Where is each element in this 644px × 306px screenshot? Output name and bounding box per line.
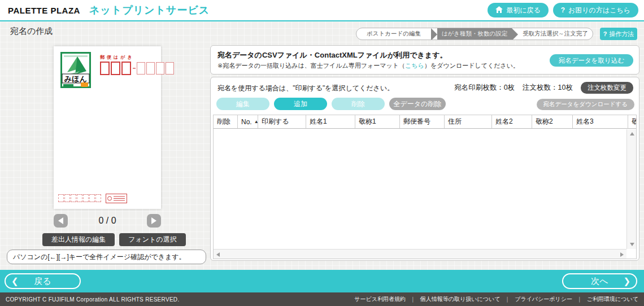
chevron-left-icon: ❮ xyxy=(6,276,24,286)
import-info-line1: 宛名データのCSVファイル・ContactXMLファイルが利用できます。 xyxy=(217,50,447,60)
scroll-left-icon xyxy=(216,252,220,257)
postcard-preview: みほん 郵便はがき xyxy=(54,46,161,209)
page-counter: 0 / 0 xyxy=(98,216,116,226)
postmark-icon xyxy=(106,194,127,206)
footer-links: サービス利用者規約 ｜ 個人情報等の取り扱いについて ｜ プライバシーポリシー … xyxy=(354,295,638,303)
step-arrow-icon xyxy=(431,28,437,40)
palette-plaza-logo: PALETTE PLAZA xyxy=(8,6,80,15)
column-header-zip[interactable]: 郵便番号 xyxy=(400,115,445,128)
next-page-button[interactable] xyxy=(147,214,161,228)
app-footer: COPYRIGHT C FUJIFILM Corporation ALL RIG… xyxy=(0,292,644,306)
delete-row-button[interactable]: 削除 xyxy=(332,98,385,110)
home-button[interactable]: 最初に戻る xyxy=(488,3,549,18)
back-button-label: 戻る xyxy=(24,276,62,287)
delete-all-button[interactable]: 全データの削除 xyxy=(389,98,446,110)
home-button-label: 最初に戻る xyxy=(506,6,541,15)
howto-button[interactable]: ? 操作方法 xyxy=(600,28,637,40)
print-count: 宛名印刷枚数：0枚 xyxy=(454,83,515,93)
footer-link-privacy-policy[interactable]: プライバシーポリシー xyxy=(515,295,572,303)
table-instruction: 宛名を使用する場合は、"印刷する"を選択してください。 xyxy=(217,84,394,93)
footer-link-environment[interactable]: ご利用環境について xyxy=(587,295,638,303)
address-grid: 削除 No.▲ 印刷する 姓名1 敬称1 郵便番号 住所 姓名2 敬称2 姓名3… xyxy=(213,115,637,259)
bottom-nav-bar: ❮ 戻る ❮ ❯ 次へ ❯ xyxy=(0,270,644,292)
footer-separator: ｜ xyxy=(410,295,416,303)
question-icon: ? xyxy=(561,6,565,14)
column-header-honorific2[interactable]: 敬称2 xyxy=(532,115,573,128)
import-info-suffix: ）をダウンロードしてください。 xyxy=(424,62,519,69)
column-header-no[interactable]: No.▲ xyxy=(238,115,258,128)
sort-asc-icon: ▲ xyxy=(254,119,258,124)
grid-body-empty xyxy=(214,129,626,249)
column-header-print[interactable]: 印刷する xyxy=(258,115,306,128)
import-data-button[interactable]: 宛名データを取り込む xyxy=(550,54,633,67)
recipient-zip-boxes xyxy=(100,62,175,75)
back-button[interactable]: ❮ 戻る ❮ xyxy=(5,273,81,289)
column-header-name1[interactable]: 姓名1 xyxy=(306,115,355,128)
chevron-right-icon: ❯ xyxy=(617,276,636,286)
preview-pager: 0 / 0 xyxy=(54,213,161,228)
footer-link-terms[interactable]: サービス利用者規約 xyxy=(354,295,406,303)
address-table-panel: 宛名を使用する場合は、"印刷する"を選択してください。 宛名印刷枚数：0枚 注文… xyxy=(210,77,639,261)
stamp-sample-label: みほん xyxy=(64,75,87,83)
add-row-button[interactable]: 追加 xyxy=(274,98,327,110)
howto-button-label: 操作方法 xyxy=(609,30,634,38)
column-header-name2[interactable]: 姓名2 xyxy=(492,115,532,128)
preview-actions: 差出人情報の編集 フォントの選択 xyxy=(42,233,186,246)
app-header: PALETTE PLAZA ネットプリントサービス 最初に戻る ? お困りの方は… xyxy=(0,0,644,20)
copyright-text: COPYRIGHT C FUJIFILM Corporation ALL RIG… xyxy=(6,296,179,303)
vertical-scrollbar[interactable] xyxy=(626,129,636,249)
scroll-up-icon xyxy=(630,132,634,135)
table-actions: 編集 追加 削除 全データの削除 xyxy=(216,98,446,110)
edit-sender-button[interactable]: 差出人情報の編集 xyxy=(42,233,115,246)
step-hagaki-settings: はがき種類・枚数の設定 xyxy=(437,28,512,40)
main-area: 宛名の作成 ポストカードの編集 はがき種類・枚数の設定 受取方法選択～注文完了 … xyxy=(0,21,644,270)
prev-page-button[interactable] xyxy=(54,214,68,228)
footer-separator: ｜ xyxy=(504,295,510,303)
edit-row-button[interactable]: 編集 xyxy=(216,98,269,110)
help-button[interactable]: ? お困りの方はこちら xyxy=(553,3,638,18)
download-data-button[interactable]: 宛名データをダウンロードする xyxy=(537,99,634,110)
column-header-address[interactable]: 住所 xyxy=(445,115,492,128)
next-button-label: 次へ xyxy=(582,276,618,287)
change-order-count-button[interactable]: 注文枚数変更 xyxy=(581,82,633,94)
font-select-button[interactable]: フォントの選択 xyxy=(119,233,185,246)
chevron-right-icon xyxy=(151,217,156,224)
format-download-link[interactable]: こちら xyxy=(405,62,424,69)
footer-link-privacy-handling[interactable]: 個人情報等の取り扱いについて xyxy=(420,295,501,303)
column-header-name3[interactable]: 姓名3 xyxy=(573,115,628,128)
netprint-app: PALETTE PLAZA ネットプリントサービス 最初に戻る ? お困りの方は… xyxy=(0,0,644,306)
column-header-honorific3[interactable]: 敬称3 xyxy=(628,115,636,128)
header-buttons: 最初に戻る ? お困りの方はこちら xyxy=(488,3,638,18)
home-icon xyxy=(495,6,503,15)
horizontal-scrollbar[interactable] xyxy=(214,249,626,259)
count-area: 宛名印刷枚数：0枚 注文枚数：10枚 注文枚数変更 xyxy=(454,82,633,94)
stamp-sample-icon: みほん xyxy=(60,52,91,90)
step-postcard-edit: ポストカードの編集 xyxy=(356,28,431,40)
next-button[interactable]: ❯ 次へ ❯ xyxy=(562,273,637,289)
import-info-prefix: ※宛名データの一括取り込みは、富士フイルム専用フォーマット（ xyxy=(217,62,405,69)
question-icon: ? xyxy=(603,30,607,37)
chevron-left-icon xyxy=(58,217,63,224)
column-header-delete[interactable]: 削除 xyxy=(214,115,238,128)
keyboard-hint: パソコンの[←][→]キーで全件イメージ確認ができます。 xyxy=(7,250,206,264)
page-title: 宛名の作成 xyxy=(10,26,53,37)
yubin-hagaki-label: 郵便はがき xyxy=(100,54,134,60)
order-count: 注文枚数：10枚 xyxy=(523,83,573,93)
sender-zip-boxes xyxy=(58,194,102,202)
help-button-label: お困りの方はこちら xyxy=(568,6,630,15)
grid-header-row: 削除 No.▲ 印刷する 姓名1 敬称1 郵便番号 住所 姓名2 敬称2 姓名3… xyxy=(214,115,636,129)
import-panel: 宛名データのCSVファイル・ContactXMLファイルが利用できます。 ※宛名… xyxy=(210,45,639,75)
scroll-right-icon xyxy=(620,252,624,257)
service-title: ネットプリントサービス xyxy=(89,3,210,17)
import-info-line2: ※宛名データの一括取り込みは、富士フイルム専用フォーマット（こちら）をダウンロー… xyxy=(217,62,519,70)
footer-separator: ｜ xyxy=(577,295,582,303)
step-order-complete: 受取方法選択～注文完了 xyxy=(518,28,593,40)
column-header-honorific1[interactable]: 敬称1 xyxy=(355,115,400,128)
step-arrow-icon xyxy=(512,28,518,40)
column-header-no-label: No. xyxy=(241,118,252,126)
progress-steps: ポストカードの編集 はがき種類・枚数の設定 受取方法選択～注文完了 xyxy=(356,28,593,40)
scroll-down-icon xyxy=(630,243,634,246)
